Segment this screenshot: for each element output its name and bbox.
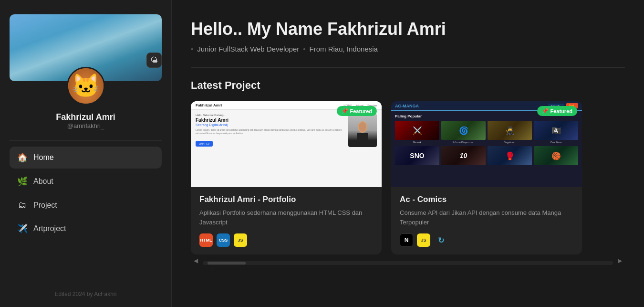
tech-n-badge: N [400, 233, 413, 247]
manga-icon-no: SNO [410, 152, 424, 159]
manga-logo: AC-MANGA [395, 104, 419, 108]
mockup-desc: Lorem ipsum, dolor sit amet consectetur … [196, 128, 344, 135]
subtitle-location: From Riau, Indonesia [310, 45, 378, 53]
scrollbar-thumb [208, 262, 246, 265]
project-card-portfolio[interactable]: Fakhrizul Amri HOME About Service Halo, … [191, 101, 382, 254]
hero-subtitle: • Junior FullStack Web Developer • From … [191, 45, 625, 53]
page-title: Hello.. My Name Fakhrizul Amri [191, 19, 625, 39]
manga-label-berserk: Berserk [395, 141, 439, 144]
manga-thumb-onepiece: 🏴‍☠️ [534, 121, 578, 140]
sidebar-item-about[interactable]: 🌿 About [10, 170, 162, 192]
manga-item-berserk: ⚔️ Berserk [395, 121, 439, 144]
tech-stack-portfolio: HTML CSS JS [199, 233, 373, 247]
tech-html-badge: HTML [199, 233, 213, 247]
mockup-greeting: Halo, Selamat Datang.. [196, 114, 344, 116]
manga-thumb-no: SNO [395, 146, 439, 165]
svg-rect-1 [357, 133, 368, 147]
section-title-latest-project: Latest Project [191, 79, 625, 92]
scrollbar-track[interactable] [203, 261, 613, 265]
featured-label-portfolio: Featured [350, 108, 372, 114]
leaf-icon: 🌿 [17, 176, 28, 187]
featured-badge-comics: 📌 Featured [537, 106, 577, 116]
paper-plane-icon: ✈️ [17, 223, 28, 234]
avatar [67, 67, 105, 105]
manga-item-fight: 🥊 [488, 146, 532, 166]
project-title-portfolio: Fakhrizul Amri - Portfolio [199, 195, 373, 204]
main-content: Hello.. My Name Fakhrizul Amri • Junior … [172, 0, 644, 307]
sidebar-item-project[interactable]: 🗂 Project [10, 194, 162, 216]
section-divider [191, 67, 625, 68]
manga-thumb-fight: 🥊 [488, 146, 532, 165]
scroll-right-button[interactable]: ▶ [615, 257, 625, 264]
manga-grid-row2: SNO 10 [395, 146, 578, 166]
project-title-comics: Ac - Comics [400, 195, 573, 204]
manga-thumb-num10: 10 [441, 146, 486, 165]
home-icon: 🏠 [17, 152, 28, 163]
folder-icon: 🗂 [17, 200, 28, 210]
manga-thumb-slam: 🏀 [534, 146, 578, 165]
footer-text: Edited 2024 by AcFakhri [54, 281, 116, 297]
mockup-digital-artist: Seorang Digital Artist| [196, 123, 344, 127]
project-screenshot-comics: AC-MANGA Search... Daf.. Paling Popular [391, 101, 582, 187]
profile-name: Fakhrizul Amri [56, 112, 115, 122]
theme-icon: 🌤 [150, 56, 158, 64]
manga-grid-row1: ⚔️ Berserk 🌀 JoJo no Kimyou na... [395, 121, 578, 144]
manga-label-jojo: JoJo no Kimyou na... [441, 141, 486, 144]
manga-icon-berserk: ⚔️ [413, 126, 422, 135]
manga-body: Paling Popular ⚔️ Berserk [391, 111, 582, 187]
manga-item-num10: 10 [441, 146, 486, 166]
project-desc-comics: Consume API dari Jikan API dengan consum… [400, 208, 573, 227]
manga-icon-slam: 🏀 [551, 151, 561, 160]
mockup-text: Halo, Selamat Datang.. Fakhrizul Amri Se… [196, 114, 344, 183]
horizontal-scrollbar-wrap: ◀ ▶ [191, 254, 625, 267]
project-desc-portfolio: Aplikasi Portfolio sederhana menggunakan… [199, 208, 373, 227]
manga-item-jojo: 🌀 JoJo no Kimyou na... [441, 121, 486, 144]
manga-label-onepiece: One Piece [534, 141, 578, 144]
manga-item-no: SNO [395, 146, 439, 166]
manga-item-vagabond: 🥷 Vagabond [488, 121, 532, 144]
featured-badge-portfolio: 📌 Featured [337, 106, 377, 116]
tech-css-badge: CSS [217, 233, 230, 247]
mockup-body: Halo, Selamat Datang.. Fakhrizul Amri Se… [191, 110, 382, 187]
sidebar-item-about-label: About [33, 177, 53, 186]
manga-item-slam: 🏀 [534, 146, 578, 166]
manga-label-vagabond: Vagabond [488, 141, 532, 144]
subtitle-role: Junior FullStack Web Developer [197, 45, 299, 53]
manga-thumb-vagabond: 🥷 [488, 121, 532, 140]
manga-icon-vagabond: 🥷 [505, 126, 515, 135]
mockup-logo: Fakhrizul Amri [196, 103, 222, 107]
project-info-portfolio: Fakhrizul Amri - Portfolio Aplikasi Port… [191, 187, 382, 254]
manga-icon-num10: 10 [460, 152, 467, 159]
manga-icon-jojo: 🌀 [459, 126, 468, 135]
mockup-person-photo [348, 114, 377, 147]
tech-js-comics-badge: JS [417, 233, 430, 247]
mockup-fullname: Fakhrizul Amri [196, 117, 344, 123]
avatar-wrap [67, 67, 105, 105]
sidebar-item-home[interactable]: 🏠 Home [10, 147, 162, 169]
sidebar-item-home-label: Home [33, 153, 54, 162]
featured-icon: 📌 [342, 108, 348, 114]
project-card-comics[interactable]: AC-MANGA Search... Daf.. Paling Popular [391, 101, 582, 254]
sidebar-item-artproject[interactable]: ✈️ Artproject [10, 218, 162, 240]
tech-stack-comics: N JS ↻ [400, 233, 573, 247]
bullet-2: • [303, 45, 305, 53]
mockup-lihat-cv: LIHAT CV [196, 141, 213, 147]
profile-username: @amrifakhri_ [67, 122, 104, 129]
manga-thumb-jojo: 🌀 [441, 121, 486, 140]
manga-thumb-berserk: ⚔️ [395, 121, 439, 140]
sidebar-item-artproject-label: Artproject [33, 224, 66, 233]
svg-point-2 [359, 122, 366, 132]
manga-item-onepiece: 🏴‍☠️ One Piece [534, 121, 578, 144]
featured-label-comics: Featured [551, 108, 572, 114]
tech-sync-badge: ↻ [434, 233, 447, 247]
sidebar-item-project-label: Project [33, 201, 57, 210]
sidebar-divider [10, 140, 162, 141]
sidebar: 🌤 Fakhrizul Amri @amrifakhri_ 🏠 Home 🌿 A… [0, 0, 172, 307]
bullet-1: • [191, 45, 193, 53]
sidebar-nav: 🏠 Home 🌿 About 🗂 Project ✈️ Artproject [10, 147, 162, 242]
manga-icon-fight: 🥊 [505, 151, 515, 160]
scroll-left-button[interactable]: ◀ [191, 257, 201, 264]
manga-icon-onepiece: 🏴‍☠️ [551, 126, 561, 135]
project-info-comics: Ac - Comics Consume API dari Jikan API d… [391, 187, 582, 254]
theme-toggle-button[interactable]: 🌤 [146, 53, 162, 68]
